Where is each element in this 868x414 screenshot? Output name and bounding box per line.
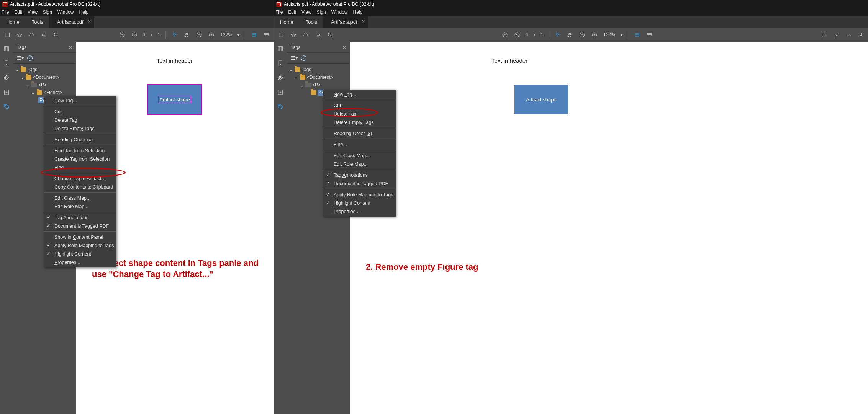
menu-help[interactable]: Help — [79, 10, 89, 15]
menu-sign[interactable]: Sign — [43, 10, 52, 15]
menu-reading-order[interactable]: Reading Order (x) — [323, 129, 396, 138]
menu-edit[interactable]: Edit — [288, 10, 296, 15]
menu-tag-annotations[interactable]: Tag Annotations — [44, 214, 116, 222]
menu-properties[interactable]: Properties... — [44, 258, 116, 267]
options-icon[interactable]: ☰▾ — [17, 55, 24, 61]
selection-tool-icon[interactable] — [171, 31, 178, 38]
menu-window[interactable]: Window — [331, 10, 348, 15]
sign-icon[interactable] — [845, 31, 852, 38]
tree-root[interactable]: ⌄Tags — [15, 66, 74, 73]
tab-tools[interactable]: Tools — [26, 16, 49, 28]
zoom-out-icon[interactable] — [196, 31, 203, 38]
hand-tool-icon[interactable] — [183, 31, 190, 38]
fit-width-icon[interactable] — [634, 31, 640, 38]
content-icon[interactable] — [3, 89, 10, 97]
tab-document[interactable]: Artifacts.pdf × — [49, 16, 94, 28]
tags-icon[interactable] — [3, 103, 10, 112]
menu-edit-role-map[interactable]: Edit Role Map... — [44, 202, 116, 211]
attachments-icon[interactable] — [277, 74, 284, 83]
menu-find-tag-selection[interactable]: Find Tag from Selection — [44, 147, 116, 155]
tab-home[interactable]: Home — [274, 16, 300, 28]
options-icon[interactable]: ☰▾ — [291, 55, 298, 61]
tree-document[interactable]: ⌄<Document> — [288, 73, 348, 81]
star-icon[interactable] — [290, 31, 297, 38]
read-mode-icon[interactable] — [263, 31, 270, 38]
tree-figure[interactable]: ⌄<Figure> — [15, 89, 74, 96]
search-icon[interactable] — [327, 31, 334, 38]
menu-reading-order[interactable]: Reading Order (x) — [44, 135, 116, 144]
cloud-icon[interactable] — [28, 31, 35, 38]
menu-role-mapping[interactable]: Apply Role Mapping to Tags — [44, 241, 116, 250]
save-icon[interactable] — [278, 31, 285, 38]
menu-edit-role-map[interactable]: Edit Role Map... — [323, 160, 396, 168]
zoom-in-icon[interactable] — [208, 31, 215, 38]
menu-find[interactable]: Find... — [323, 140, 396, 149]
hand-tool-icon[interactable] — [567, 31, 573, 38]
close-icon[interactable]: × — [362, 18, 365, 24]
menu-new-tag[interactable]: New Tag... — [323, 90, 396, 99]
menu-help[interactable]: Help — [353, 10, 363, 15]
menu-doc-tagged[interactable]: Document is Tagged PDF — [44, 222, 116, 230]
info-icon[interactable]: i — [301, 55, 306, 61]
search-icon[interactable] — [53, 31, 60, 38]
menu-delete-tag[interactable]: Delete Tag — [323, 110, 396, 118]
menu-show-content-panel[interactable]: Show in Content Panel — [44, 233, 116, 241]
menu-edit[interactable]: Edit — [14, 10, 22, 15]
tree-p[interactable]: ⌄<P> — [15, 81, 74, 89]
menu-view[interactable]: View — [28, 10, 38, 15]
menu-change-to-artifact[interactable]: Change Tag to Artifact... — [44, 174, 116, 183]
menu-highlight-content[interactable]: Highlight Content — [323, 199, 396, 207]
zoom-value[interactable]: 122% — [603, 32, 615, 37]
bookmarks-icon[interactable] — [3, 60, 10, 68]
close-icon[interactable]: × — [69, 44, 72, 51]
menu-cut[interactable]: Cut — [44, 108, 116, 116]
zoom-out-icon[interactable] — [579, 31, 586, 38]
menu-highlight-content[interactable]: Highlight Content — [44, 250, 116, 258]
menu-file[interactable]: File — [275, 10, 283, 15]
close-icon[interactable]: × — [343, 44, 346, 51]
menu-cut[interactable]: Cut — [323, 101, 396, 110]
page-up-icon[interactable] — [501, 31, 508, 38]
tree-root[interactable]: ⌄Tags — [288, 66, 348, 73]
tab-document[interactable]: Artifacts.pdf × — [323, 16, 368, 28]
zoom-value[interactable]: 122% — [220, 32, 232, 37]
cloud-icon[interactable] — [302, 31, 309, 38]
read-mode-icon[interactable] — [646, 31, 653, 38]
menu-delete-tag[interactable]: Delete Tag — [44, 116, 116, 124]
thumbnails-icon[interactable] — [277, 45, 284, 54]
menu-role-mapping[interactable]: Apply Role Mapping to Tags — [323, 191, 396, 199]
thumbnails-icon[interactable] — [3, 45, 10, 54]
menu-new-tag[interactable]: New Tag... — [44, 96, 116, 105]
tree-p[interactable]: ⌄<P> — [288, 81, 348, 89]
attachments-icon[interactable] — [3, 74, 10, 83]
zoom-in-icon[interactable] — [591, 31, 598, 38]
bookmarks-icon[interactable] — [277, 60, 284, 68]
menu-copy-clipboard[interactable]: Copy Contents to Clipboard — [44, 183, 116, 191]
menu-edit-class-map[interactable]: Edit Class Map... — [323, 152, 396, 160]
page-down-icon[interactable] — [514, 31, 521, 38]
save-icon[interactable] — [4, 31, 11, 38]
menu-find[interactable]: Find... — [44, 163, 116, 172]
tab-tools[interactable]: Tools — [300, 16, 323, 28]
page-up-icon[interactable] — [119, 31, 126, 38]
menu-view[interactable]: View — [301, 10, 311, 15]
print-icon[interactable] — [314, 31, 321, 38]
chevron-down-icon[interactable]: ▾ — [237, 33, 239, 37]
info-icon[interactable]: i — [27, 55, 33, 61]
menu-window[interactable]: Window — [57, 10, 74, 15]
tree-document[interactable]: ⌄<Document> — [15, 73, 74, 81]
star-icon[interactable] — [16, 31, 23, 38]
menu-tag-annotations[interactable]: Tag Annotations — [323, 171, 396, 179]
fit-width-icon[interactable] — [251, 31, 257, 38]
menu-doc-tagged[interactable]: Document is Tagged PDF — [323, 179, 396, 188]
tab-home[interactable]: Home — [0, 16, 26, 28]
menu-file[interactable]: File — [2, 10, 9, 15]
content-icon[interactable] — [277, 89, 284, 97]
highlight-icon[interactable] — [833, 31, 840, 38]
tags-icon[interactable] — [277, 103, 284, 112]
menu-edit-class-map[interactable]: Edit Class Map... — [44, 194, 116, 202]
menu-sign[interactable]: Sign — [317, 10, 326, 15]
menu-delete-empty[interactable]: Delete Empty Tags — [44, 124, 116, 133]
selection-tool-icon[interactable] — [554, 31, 561, 38]
menu-delete-empty[interactable]: Delete Empty Tags — [323, 118, 396, 127]
